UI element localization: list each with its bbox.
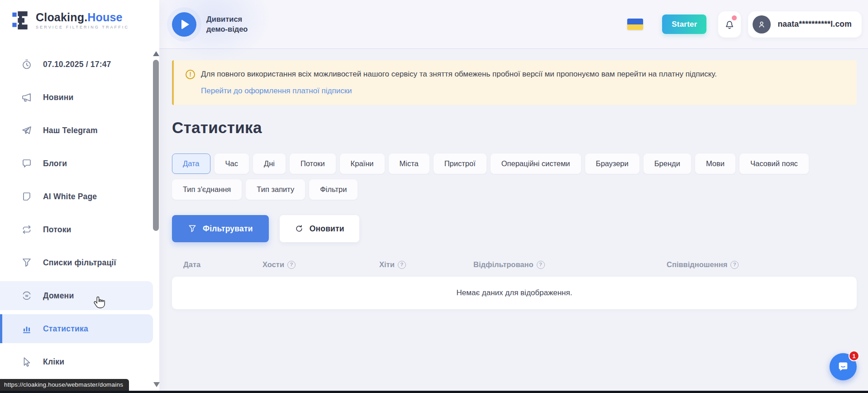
tab-connection-type[interactable]: Тип з'єднання [172,179,242,200]
empty-state-card: Немає даних для відображення. [172,277,857,309]
flag-yellow-stripe [627,24,643,30]
sidebar-item-datetime: 07.10.2025 / 17:47 [0,50,153,79]
avatar [753,15,771,34]
sidebar-scrollbar-up[interactable] [153,51,159,56]
sidebar-item-label: Блоги [43,159,67,168]
sidebar-item-ai-white-page[interactable]: AI White Page [0,182,153,211]
filter-button[interactable]: Фільтрувати [172,215,269,242]
column-hits: Хіти ? [379,260,473,269]
tab-languages[interactable]: Мови [695,153,735,174]
clock-icon [21,59,32,70]
sidebar-item-streams[interactable]: Потоки [0,215,153,244]
sidebar-item-label: AI White Page [43,192,97,201]
chat-widget-button[interactable]: 1 [830,353,857,380]
trial-banner: ! Для повного використання всіх можливос… [172,60,857,105]
warning-icon: ! [186,70,195,79]
sidebar-item-blogs[interactable]: Блоги [0,149,153,178]
page-title: Статистика [172,119,857,137]
bar-chart-icon [21,323,32,334]
status-bar-url: https://cloaking.house/webmaster/domains [0,379,129,391]
subscribe-link[interactable]: Перейти до оформлення платної підписки [201,86,352,96]
telegram-plane-icon [21,125,32,136]
brand-name: Cloaking.House [36,11,129,24]
sidebar-item-label: Статистика [43,324,88,334]
filter-tabs: Дата Час Дні Потоки Країни Міста Пристро… [172,153,851,200]
tab-brands[interactable]: Бренди [644,153,691,174]
user-email: naata**********l.com [777,19,852,29]
help-icon[interactable]: ? [398,261,406,269]
main-content: ! Для повного використання всіх можливос… [159,49,868,393]
bottom-edge-strip [0,391,868,393]
notifications-button[interactable] [718,11,741,38]
column-ratio: Співвідношення ? [667,260,845,269]
tab-request-type[interactable]: Тип запиту [246,179,305,200]
help-icon[interactable]: ? [537,261,545,269]
flag-blue-stripe [627,19,643,24]
logo[interactable]: Cloaking.House SERVICE FILTERING TRAFFIC [0,0,159,31]
chat-unread-badge: 1 [849,350,859,361]
sidebar-item-label: Потоки [43,225,72,235]
sidebar: Cloaking.House SERVICE FILTERING TRAFFIC… [0,0,159,393]
sidebar-item-label: Домени [43,291,74,301]
sidebar-item-telegram[interactable]: Наш Telegram [0,116,153,145]
empty-state-message: Немає даних для відображення. [457,288,572,297]
sidebar-item-label: 07.10.2025 / 17:47 [43,60,111,69]
person-icon [757,19,767,29]
tab-time[interactable]: Час [215,153,249,174]
www-globe-icon: w [21,290,32,301]
demo-video-label[interactable]: Дивитися демо-відео [206,14,263,34]
sidebar-item-label: Новини [43,93,73,102]
tab-filters[interactable]: Фільтри [309,179,358,200]
sidebar-item-clicks[interactable]: Кліки [0,347,153,376]
logo-icon [12,10,30,31]
sidebar-item-filter-lists[interactable]: Списки фільтрації [0,248,153,277]
help-icon[interactable]: ? [287,261,296,269]
cursor-arrow-icon [21,356,32,367]
tab-devices[interactable]: Пристрої [434,153,486,174]
tab-date[interactable]: Дата [172,153,210,174]
chat-bubble-icon [21,158,32,169]
tab-streams[interactable]: Потоки [290,153,336,174]
user-account-menu[interactable]: naata**********l.com [748,11,862,38]
tab-browsers[interactable]: Браузери [585,153,639,174]
column-hosts: Хости ? [262,260,379,269]
refresh-icon [295,224,304,233]
column-date: Дата [183,260,262,269]
chat-fab-icon [836,359,850,374]
top-header: Дивитися демо-відео Starter naata*******… [159,0,868,49]
sidebar-item-statistics[interactable]: Статистика [0,314,153,343]
sidebar-scrollbar-thumb[interactable] [153,60,159,231]
brand-tagline: SERVICE FILTERING TRAFFIC [36,25,129,29]
play-demo-button[interactable] [172,12,196,37]
funnel-icon [21,257,32,268]
help-icon[interactable]: ? [730,261,739,269]
svg-text:w: w [25,293,29,298]
sidebar-item-label: Наш Telegram [43,126,98,135]
loop-arrows-icon [21,224,32,235]
refresh-button[interactable]: Оновити [280,215,359,242]
sidebar-nav: 07.10.2025 / 17:47 Новини Наш Telegram Б… [0,50,153,380]
tab-countries[interactable]: Країни [340,153,385,174]
notification-dot [732,15,737,20]
sidebar-item-label: Списки фільтрації [43,258,116,268]
page-icon [21,191,32,202]
language-flag-ukraine[interactable] [627,19,643,30]
sidebar-item-label: Кліки [43,357,64,367]
sidebar-item-news[interactable]: Новини [0,83,153,112]
plan-badge-button[interactable]: Starter [662,14,706,34]
actions-row: Фільтрувати Оновити [172,215,857,242]
tab-cities[interactable]: Міста [389,153,429,174]
sidebar-item-domains[interactable]: w Домени [0,281,153,310]
tab-days[interactable]: Дні [253,153,286,174]
column-filtered: Відфільтровано ? [473,260,667,269]
sidebar-scrollbar-down[interactable] [153,382,160,387]
tab-timezone[interactable]: Часовий пояс [739,153,809,174]
megaphone-icon [21,92,32,103]
tab-operating-systems[interactable]: Операційні системи [491,153,581,174]
stats-table-header: Дата Хости ? Хіти ? Відфільтровано ? Спі… [172,260,857,269]
trial-banner-message: Для повного використання всіх можливосте… [201,69,717,79]
filter-funnel-icon [188,224,197,233]
